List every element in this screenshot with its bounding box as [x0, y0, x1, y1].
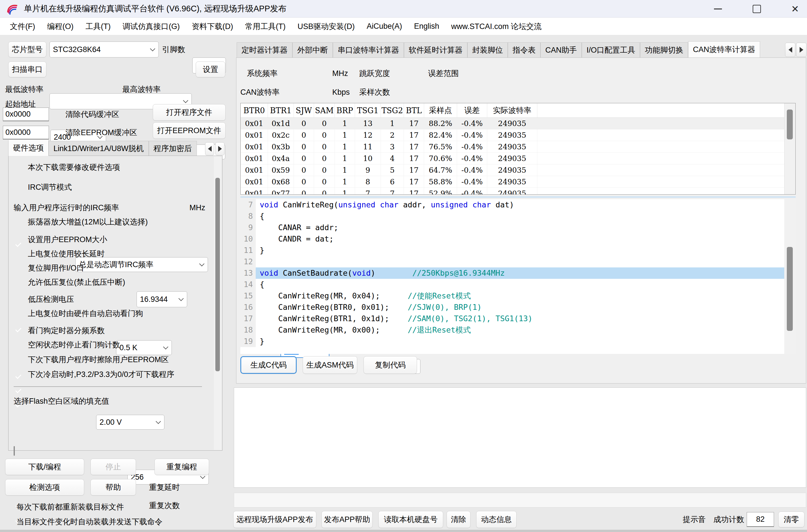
code-line[interactable]: 16 CanWriteReg(BTR0, 0x01); //SJW(0), BR…	[241, 302, 784, 313]
menu-item[interactable]: 资料下载(D)	[186, 18, 239, 35]
right-tab[interactable]: 串口波特率计算器	[333, 42, 404, 57]
right-tab[interactable]: 定时器计算器	[237, 42, 292, 57]
lvd-voltage-combo[interactable]: 2.00 V	[96, 415, 165, 430]
wdt-auto-start-checkbox[interactable]	[14, 446, 15, 456]
chip-model-button[interactable]: 芯片型号	[8, 41, 46, 57]
table-row[interactable]: 0x010x1d0011311788.2%-0.4%249035	[241, 118, 795, 130]
menu-item[interactable]: 常用工具(T)	[239, 18, 291, 35]
code-line[interactable]: 9 CANAR = addr;	[241, 222, 784, 233]
table-cell: 17	[404, 165, 424, 176]
table-scrollbar-thumb[interactable]	[787, 110, 793, 139]
scan-port-button[interactable]: 扫描串口	[8, 61, 46, 77]
menu-item[interactable]: English	[408, 18, 445, 35]
menu-item[interactable]: 文件(F)	[4, 18, 41, 35]
left-tabs-scroll-right-button[interactable]	[215, 142, 225, 155]
table-header-cell[interactable]: BTR0	[241, 103, 268, 117]
remote-upgrade-publish-button[interactable]: 远程现场升级APP发布	[233, 511, 316, 528]
table-row[interactable]: 0x010x59001951764.7%-0.4%249035	[241, 165, 795, 176]
minimize-button[interactable]	[709, 1, 727, 16]
code-start-address-input[interactable]	[3, 108, 49, 121]
table-header-cell[interactable]: 实际波特率	[487, 103, 537, 117]
code-line[interactable]: 13void CanSetBaudrate(void) //250Kbps@16…	[241, 267, 784, 279]
table-row[interactable]: 0x010x2c0011221782.4%-0.4%249035	[241, 130, 795, 141]
right-tabs-scroll-right-button[interactable]	[796, 43, 806, 57]
table-header-cell[interactable]: TSG1	[355, 103, 381, 117]
right-tab[interactable]: 功能脚切换	[640, 42, 688, 57]
options-scrollbar-thumb[interactable]	[215, 178, 220, 371]
menu-item[interactable]: USB驱动安装(D)	[292, 18, 361, 35]
success-count-input[interactable]	[747, 512, 774, 527]
code-token: //退出Reset模式	[408, 325, 471, 334]
check-options-button[interactable]: 检测选项	[5, 479, 84, 496]
code-line[interactable]: 8{	[241, 210, 784, 222]
settings-button[interactable]: 设置	[196, 61, 225, 77]
right-tab[interactable]: CAN波特率计算器	[688, 41, 760, 57]
code-line[interactable]: 17 CanWriteReg(BTR1, 0x1d); //SAM(0), TS…	[241, 313, 784, 324]
table-row[interactable]: 0x010x4a0011041770.6%-0.4%249035	[241, 153, 795, 165]
left-tab[interactable]: 程序加密后	[149, 141, 197, 156]
generated-code-view[interactable]: 7void CanWriteReg(unsigned char addr, un…	[241, 199, 784, 354]
dynamic-info-button[interactable]: 动态信息	[476, 511, 517, 528]
code-line[interactable]: 19}	[241, 336, 784, 347]
table-header-cell[interactable]: SAM	[314, 103, 335, 117]
open-eeprom-file-button[interactable]: 打开EEPROM文件	[153, 122, 226, 139]
code-line[interactable]: 18 CanWriteReg(MR, 0x00); //退出Reset模式	[241, 324, 784, 336]
maximize-button[interactable]	[748, 1, 766, 16]
clear-button[interactable]: 清除	[447, 511, 470, 528]
help-button[interactable]: 帮助	[91, 479, 136, 496]
table-header-cell[interactable]: BRP	[335, 103, 355, 117]
log-output-area[interactable]	[234, 387, 806, 488]
right-tab[interactable]: 软件延时计算器	[404, 42, 467, 57]
sys-freq-label: 系统频率	[247, 66, 277, 81]
table-header-cell[interactable]: TSG2	[381, 103, 404, 117]
menu-item[interactable]: 调试仿真接口(G)	[117, 18, 186, 35]
right-tab[interactable]: I/O口配置工具	[582, 42, 640, 57]
irc-freq-combo[interactable]: 16.9344	[137, 291, 187, 307]
right-tab[interactable]: 外部中断	[292, 42, 333, 57]
table-row[interactable]: 0x010x68001861758.8%-0.4%249035	[241, 176, 795, 188]
reset-count-button[interactable]: 清零	[778, 512, 804, 528]
right-tabs-scroll-left-button[interactable]	[785, 43, 795, 57]
code-line[interactable]: 7void CanWriteReg(unsigned char addr, un…	[241, 199, 784, 210]
menu-item[interactable]: 编程(O)	[41, 18, 79, 35]
generate-asm-code-button[interactable]: 生成ASM代码	[303, 356, 357, 374]
table-header-cell[interactable]: 采样点	[424, 103, 457, 117]
left-tab[interactable]: Link1D/Writer1A/U8W脱机	[49, 141, 149, 156]
stop-button[interactable]: 停止	[91, 459, 136, 475]
right-tab[interactable]: 指令表	[508, 42, 540, 57]
code-line[interactable]: 12	[241, 256, 784, 267]
table-row[interactable]: 0x010x77001771752.9%-0.4%249035	[241, 188, 795, 195]
publish-app-help-button[interactable]: 发布APP帮助	[322, 511, 373, 528]
table-row[interactable]: 0x010x3b0011131776.5%-0.4%249035	[241, 141, 795, 153]
eeprom-start-address-input[interactable]	[3, 126, 49, 139]
table-cell: 0x01	[241, 165, 268, 176]
read-hdd-serial-button[interactable]: 读取本机硬盘号	[378, 511, 443, 528]
table-header-cell[interactable]: BTR1	[268, 103, 294, 117]
left-tabs-scroll-left-button[interactable]	[205, 142, 214, 155]
menu-item[interactable]: 工具(T)	[79, 18, 116, 35]
scroll-right-icon	[800, 47, 803, 53]
code-line[interactable]: 15 CanWriteReg(MR, 0x04); //使能Reset模式	[241, 290, 784, 302]
table-header-cell[interactable]: 误差	[457, 103, 487, 117]
download-program-button[interactable]: 下载/编程	[5, 459, 84, 475]
generate-c-code-button[interactable]: 生成C代码	[241, 356, 297, 374]
code-scrollbar-thumb[interactable]	[787, 247, 793, 331]
code-line[interactable]: 11}	[241, 245, 784, 256]
menu-item[interactable]: www.STCAI.com 论坛交流	[445, 18, 547, 35]
menu-item[interactable]: AiCube(A)	[361, 18, 408, 35]
table-splitter[interactable]	[241, 196, 795, 198]
table-header-cell[interactable]: SJW	[294, 103, 314, 117]
close-button[interactable]: ✕	[786, 1, 804, 16]
code-line[interactable]: 10 CANDR = dat;	[241, 233, 784, 245]
open-program-file-button[interactable]: 打开程序文件	[153, 104, 226, 121]
chip-model-combo[interactable]: STC32G8K64	[50, 41, 159, 57]
copy-code-button[interactable]: 复制代码	[364, 356, 417, 374]
eeprom-size-combo[interactable]: 0.5 K	[116, 340, 172, 355]
repeat-program-button[interactable]: 重复编程	[154, 459, 209, 475]
right-tab[interactable]: 封装脚位	[467, 42, 508, 57]
right-tab[interactable]: CAN助手	[540, 42, 582, 57]
table-cell: 1	[381, 118, 404, 129]
code-line[interactable]: 14{	[241, 279, 784, 290]
table-header-cell[interactable]: BTL	[404, 103, 424, 117]
left-tab[interactable]: 硬件选项	[8, 140, 49, 156]
